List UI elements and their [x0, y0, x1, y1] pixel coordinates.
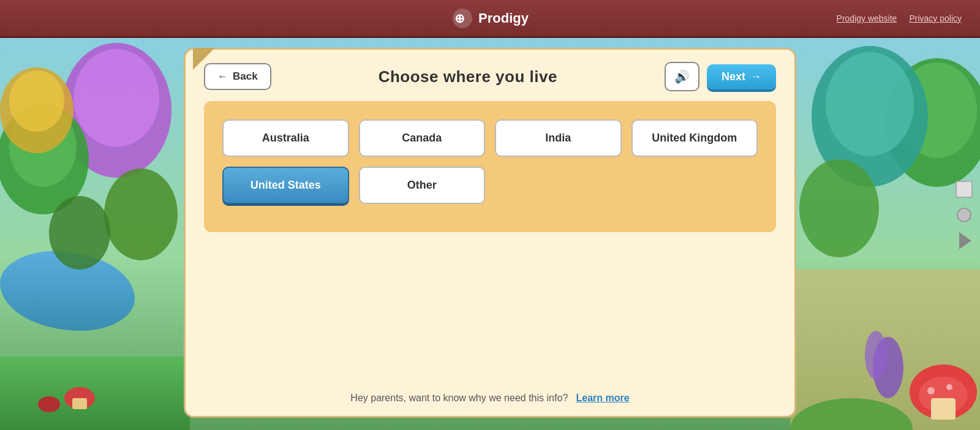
option-other[interactable]: Other [359, 167, 486, 204]
prodigy-website-link[interactable]: Prodigy website [837, 13, 897, 23]
logo-text: Prodigy [478, 10, 529, 26]
sound-icon: 🔊 [674, 70, 690, 83]
next-label: Next [722, 70, 745, 83]
header: ⊕ Prodigy Prodigy website Privacy policy [0, 0, 980, 38]
option-india-label: India [545, 132, 571, 144]
svg-point-6 [104, 168, 178, 260]
svg-rect-19 [931, 398, 956, 420]
option-united-kingdom[interactable]: United Kingdom [631, 119, 758, 157]
svg-rect-9 [72, 398, 87, 409]
modal-footer: Hey parents, want to know why we need th… [332, 380, 647, 416]
svg-point-21 [946, 384, 952, 390]
option-canada[interactable]: Canada [359, 119, 486, 157]
modal-title: Choose where you live [379, 67, 557, 86]
back-button[interactable]: ← Back [204, 63, 271, 90]
option-other-label: Other [407, 179, 437, 191]
right-decorations [790, 37, 980, 430]
header-right-controls: 🔊 Next → [665, 62, 776, 91]
options-row-1: Australia Canada India United Kingdom [222, 119, 758, 157]
option-australia[interactable]: Australia [222, 119, 349, 157]
right-tree-svg [790, 37, 980, 430]
option-united-states-label: United States [251, 179, 321, 191]
svg-point-15 [799, 159, 879, 257]
logo: ⊕ Prodigy [451, 7, 529, 29]
modal-header: ← Back Choose where you live 🔊 Next → [186, 50, 794, 101]
option-india[interactable]: India [495, 119, 622, 157]
modal-card: ← Back Choose where you live 🔊 Next → Au… [184, 48, 796, 418]
sound-button[interactable]: 🔊 [665, 62, 699, 91]
nav-square [956, 181, 973, 198]
next-arrow-icon: → [750, 70, 761, 83]
options-row-2: United States Other [222, 167, 758, 204]
svg-point-7 [49, 196, 110, 270]
left-decorations [0, 37, 190, 430]
back-arrow-icon: ← [217, 70, 228, 83]
privacy-policy-link[interactable]: Privacy policy [909, 13, 962, 23]
learn-more-link[interactable]: Learn more [576, 393, 630, 403]
prodigy-logo-icon: ⊕ [451, 7, 473, 29]
header-links: Prodigy website Privacy policy [837, 13, 962, 23]
footer-text: Hey parents, want to know why we need th… [350, 393, 568, 403]
svg-point-1 [74, 49, 159, 147]
side-navigation [956, 181, 973, 249]
option-united-states[interactable]: United States [222, 167, 349, 204]
svg-point-14 [826, 52, 914, 156]
options-panel: Australia Canada India United Kingdom Un… [204, 101, 776, 232]
svg-point-5 [9, 70, 64, 132]
nav-circle [957, 208, 971, 222]
left-tree-svg [0, 37, 190, 430]
svg-point-10 [38, 396, 60, 412]
option-united-kingdom-label: United Kingdom [652, 132, 737, 144]
svg-text:⊕: ⊕ [454, 12, 465, 25]
svg-point-23 [865, 331, 887, 380]
option-canada-label: Canada [402, 132, 442, 144]
back-label: Back [233, 70, 258, 83]
svg-point-20 [927, 387, 935, 394]
next-button[interactable]: Next → [707, 64, 776, 89]
nav-arrow-icon[interactable] [959, 232, 971, 249]
option-australia-label: Australia [262, 132, 309, 144]
